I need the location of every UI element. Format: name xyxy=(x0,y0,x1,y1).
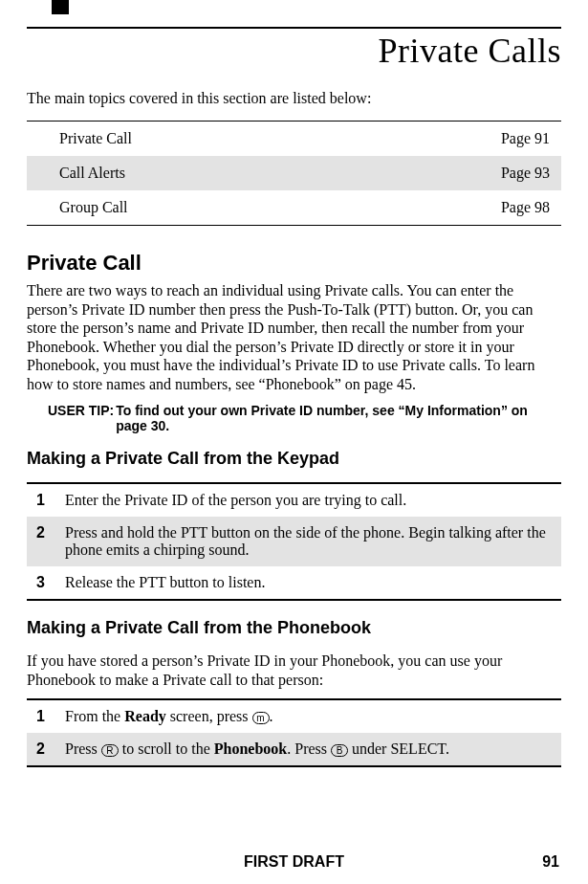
key-icon: m xyxy=(252,712,270,724)
bold-text: Phonebook xyxy=(214,740,287,757)
table-row: 2Press and hold the PTT button on the si… xyxy=(27,517,561,566)
step-text: From the Ready screen, press m. xyxy=(55,699,561,733)
phonebook-intro: If you have stored a person’s Private ID… xyxy=(27,652,561,689)
user-tip-text: To find out your own Private ID number, … xyxy=(116,403,557,433)
private-call-body: There are two ways to reach an individua… xyxy=(27,281,561,393)
table-row: 2Press R to scroll to the Phonebook. Pre… xyxy=(27,733,561,766)
page-title: Private Calls xyxy=(27,31,561,71)
table-row: Group CallPage 98 xyxy=(27,190,561,226)
step-number: 1 xyxy=(27,699,55,733)
step-text: Press and hold the PTT button on the sid… xyxy=(55,517,561,566)
table-row: 1From the Ready screen, press m. xyxy=(27,699,561,733)
user-tip: USER TIP: To find out your own Private I… xyxy=(48,403,557,433)
step-number: 3 xyxy=(27,566,55,600)
step-number: 2 xyxy=(27,517,55,566)
section-tab-marker xyxy=(52,0,69,14)
steps-phonebook: 1From the Ready screen, press m.2Press R… xyxy=(27,698,561,767)
top-rule xyxy=(27,27,561,29)
table-row: 1Enter the Private ID of the person you … xyxy=(27,483,561,517)
topic-page: Page 98 xyxy=(466,190,561,226)
section-heading-private-call: Private Call xyxy=(27,251,561,276)
bold-text: Ready xyxy=(124,708,166,724)
footer-page-number: 91 xyxy=(542,853,559,871)
key-icon: R xyxy=(101,744,119,757)
step-text: Enter the Private ID of the person you a… xyxy=(55,483,561,517)
table-row: Call AlertsPage 93 xyxy=(27,156,561,190)
user-tip-label: USER TIP: xyxy=(48,403,114,433)
subheading-keypad: Making a Private Call from the Keypad xyxy=(27,449,561,469)
table-row: Private CallPage 91 xyxy=(27,122,561,157)
footer: FIRST DRAFT 91 xyxy=(0,853,588,871)
intro-text: The main topics covered in this section … xyxy=(27,90,561,107)
topic-page: Page 91 xyxy=(466,122,561,157)
step-text: Press R to scroll to the Phonebook. Pres… xyxy=(55,733,561,766)
topic-page: Page 93 xyxy=(466,156,561,190)
table-row: 3Release the PTT button to listen. xyxy=(27,566,561,600)
step-text: Release the PTT button to listen. xyxy=(55,566,561,600)
topics-table: Private CallPage 91Call AlertsPage 93Gro… xyxy=(27,121,561,226)
subheading-phonebook: Making a Private Call from the Phonebook xyxy=(27,618,561,638)
steps-keypad: 1Enter the Private ID of the person you … xyxy=(27,482,561,601)
key-icon: B xyxy=(331,744,348,757)
step-number: 2 xyxy=(27,733,55,766)
footer-label: FIRST DRAFT xyxy=(244,853,344,870)
topic-label: Call Alerts xyxy=(27,156,466,190)
step-number: 1 xyxy=(27,483,55,517)
topic-label: Private Call xyxy=(27,122,466,157)
topic-label: Group Call xyxy=(27,190,466,226)
